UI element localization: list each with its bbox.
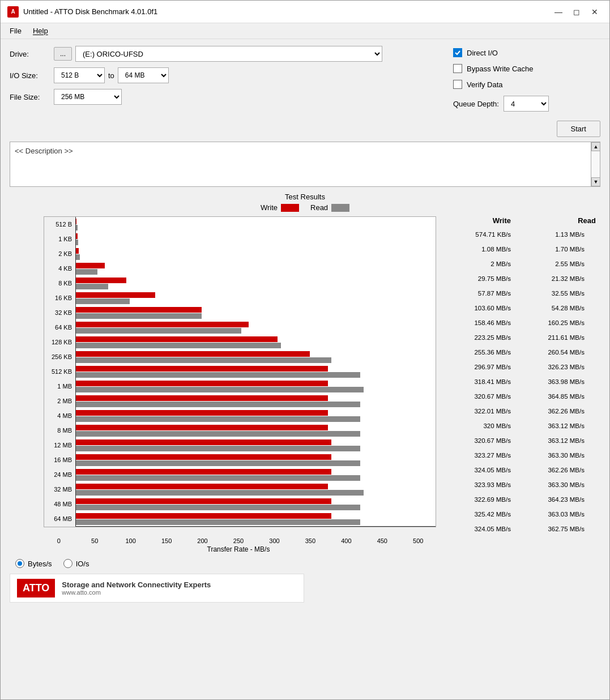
x-label-250: 250: [220, 537, 256, 544]
read-value-48 MB: 363.03 MB/s: [515, 511, 589, 518]
file-size-select[interactable]: 256 MB: [54, 89, 122, 105]
read-bar-64 KB: [76, 328, 241, 334]
read-bar-48 MB: [76, 505, 360, 510]
data-row-24 MB: 323.93 MB/s363.30 MB/s: [442, 477, 600, 492]
bar-row-1 KB: [76, 232, 436, 246]
read-value-4 KB: 21.32 MB/s: [515, 275, 589, 282]
queue-depth-label: Queue Depth:: [453, 100, 499, 108]
write-value-8 MB: 320.67 MB/s: [442, 437, 515, 444]
y-label-1 KB: 1 KB: [44, 232, 75, 246]
data-row-12 MB: 323.27 MB/s363.30 MB/s: [442, 448, 600, 463]
drive-select[interactable]: (E:) ORICO-UFSD: [75, 46, 382, 62]
browse-button[interactable]: ...: [54, 47, 72, 61]
write-bar-16 KB: [76, 292, 155, 298]
direct-io-checkbox[interactable]: [453, 48, 462, 57]
write-value-512 KB: 318.41 MB/s: [442, 378, 515, 385]
y-label-32 KB: 32 KB: [44, 305, 75, 320]
bar-row-16 KB: [76, 291, 436, 305]
y-label-2 MB: 2 MB: [44, 394, 75, 408]
io-size-from-select[interactable]: 512 B: [54, 67, 105, 83]
x-label-450: 450: [364, 537, 400, 544]
write-bar-64 MB: [76, 513, 331, 519]
results-header: Test Results: [10, 193, 600, 201]
read-bar-32 MB: [76, 490, 364, 496]
y-label-4 MB: 4 MB: [44, 408, 75, 423]
write-bar-8 MB: [76, 425, 328, 430]
close-button[interactable]: ✕: [587, 6, 603, 18]
io-per-sec-radio[interactable]: [63, 559, 72, 568]
data-row-8 KB: 57.87 MB/s32.55 MB/s: [442, 286, 600, 301]
data-row-512 B: 574.71 KB/s1.13 MB/s: [442, 227, 600, 242]
y-label-48 MB: 48 MB: [44, 497, 75, 511]
queue-depth-select[interactable]: 4: [504, 96, 549, 112]
read-value-1 KB: 1.70 MB/s: [515, 246, 589, 253]
read-bar-16 MB: [76, 460, 360, 466]
io-per-sec-label: IO/s: [76, 560, 89, 568]
description-scrollbar[interactable]: ▲ ▼: [591, 142, 600, 186]
bypass-write-cache-checkbox[interactable]: [453, 64, 462, 73]
bar-row-1 MB: [76, 379, 436, 394]
bar-row-8 MB: [76, 423, 436, 438]
data-row-48 MB: 325.42 MB/s363.03 MB/s: [442, 507, 600, 522]
read-value-4 MB: 363.12 MB/s: [515, 422, 589, 429]
write-value-12 MB: 323.27 MB/s: [442, 452, 515, 459]
read-value-64 MB: 362.75 MB/s: [515, 526, 589, 532]
data-row-4 MB: 320 MB/s363.12 MB/s: [442, 419, 600, 433]
read-value-32 MB: 364.23 MB/s: [515, 496, 589, 503]
bar-row-8 KB: [76, 276, 436, 291]
atto-tagline: Storage and Network Connectivity Experts: [62, 581, 211, 589]
write-bar-32 KB: [76, 307, 202, 313]
read-bar-8 MB: [76, 431, 360, 437]
data-row-1 KB: 1.08 MB/s1.70 MB/s: [442, 242, 600, 257]
write-bar-512 KB: [76, 366, 328, 372]
read-bar-12 MB: [76, 446, 360, 451]
direct-io-label: Direct I/O: [467, 49, 498, 57]
read-bar-8 KB: [76, 284, 108, 289]
write-bar-4 MB: [76, 410, 328, 416]
scroll-up-arrow[interactable]: ▲: [591, 142, 600, 151]
bypass-write-cache-label: Bypass Write Cache: [467, 65, 534, 73]
read-legend-color: [331, 204, 349, 212]
scroll-down-arrow[interactable]: ▼: [591, 177, 600, 186]
read-bar-24 MB: [76, 475, 360, 481]
data-row-64 KB: 223.25 MB/s211.61 MB/s: [442, 330, 600, 345]
write-bar-12 MB: [76, 439, 331, 445]
menu-help[interactable]: Help: [28, 25, 53, 37]
minimize-button[interactable]: ―: [551, 6, 566, 18]
write-bar-8 KB: [76, 278, 126, 283]
y-label-2 KB: 2 KB: [44, 246, 75, 261]
results-legend: Write Read: [10, 203, 600, 212]
start-button[interactable]: Start: [557, 121, 600, 137]
bytes-per-sec-option[interactable]: Bytes/s: [15, 559, 52, 568]
verify-data-checkbox[interactable]: [453, 80, 462, 89]
read-value-128 KB: 260.54 MB/s: [515, 349, 589, 356]
read-bar-1 MB: [76, 387, 364, 392]
chart-and-data: 512 B1 KB2 KB4 KB8 KB16 KB32 KB64 KB128 …: [10, 216, 600, 536]
write-bar-128 KB: [76, 336, 278, 342]
write-value-1 KB: 1.08 MB/s: [442, 246, 515, 253]
data-row-64 MB: 324.05 MB/s362.75 MB/s: [442, 522, 600, 536]
write-value-16 KB: 103.60 MB/s: [442, 305, 515, 311]
read-value-256 KB: 326.23 MB/s: [515, 364, 589, 370]
bytes-per-sec-radio[interactable]: [15, 559, 24, 568]
write-bar-1 KB: [76, 233, 78, 239]
read-bar-128 KB: [76, 343, 281, 348]
bar-row-32 MB: [76, 482, 436, 497]
y-label-32 MB: 32 MB: [44, 482, 75, 497]
y-label-128 KB: 128 KB: [44, 335, 75, 349]
maximize-button[interactable]: ◻: [569, 6, 585, 18]
read-bar-512 B: [76, 225, 78, 231]
bar-row-32 KB: [76, 305, 436, 320]
data-row-1 MB: 320.67 MB/s364.85 MB/s: [442, 389, 600, 404]
io-per-sec-option[interactable]: IO/s: [63, 559, 89, 568]
io-size-to-select[interactable]: 64 MB: [118, 67, 169, 83]
bar-row-512 B: [76, 217, 436, 232]
write-value-2 MB: 322.01 MB/s: [442, 408, 515, 415]
data-row-32 MB: 322.69 MB/s364.23 MB/s: [442, 492, 600, 507]
write-legend-label: Write: [261, 203, 278, 212]
verify-data-label: Verify Data: [467, 80, 503, 89]
menu-file[interactable]: File: [5, 25, 26, 37]
read-bar-256 KB: [76, 357, 331, 363]
y-label-8 MB: 8 MB: [44, 423, 75, 438]
write-value-4 KB: 29.75 MB/s: [442, 275, 515, 282]
